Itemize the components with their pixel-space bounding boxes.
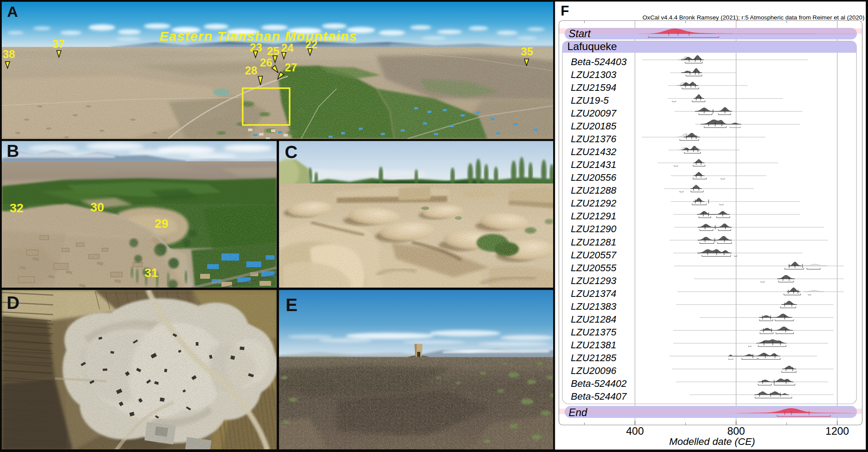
svg-text:Lafuqueke: Lafuqueke (567, 40, 617, 52)
svg-text:LZU21374: LZU21374 (571, 288, 616, 299)
svg-text:LZU19-5: LZU19-5 (571, 95, 609, 106)
svg-text:LZU21432: LZU21432 (571, 146, 616, 157)
svg-text:OxCal v4.4.4 Bronk Ramsey (202: OxCal v4.4.4 Bronk Ramsey (2021); r:5 At… (643, 14, 864, 21)
svg-text:26: 26 (260, 56, 272, 69)
svg-text:28: 28 (245, 64, 257, 77)
svg-text:1200: 1200 (825, 425, 849, 437)
svg-text:Beta-524403: Beta-524403 (571, 56, 627, 67)
svg-text:LZU21290: LZU21290 (571, 223, 617, 234)
svg-text:29: 29 (155, 217, 168, 230)
svg-text:800: 800 (727, 425, 745, 437)
svg-text:LZU21381: LZU21381 (571, 339, 616, 351)
svg-text:35: 35 (521, 45, 533, 58)
svg-text:LZU21291: LZU21291 (571, 210, 616, 222)
svg-text:LZU20097: LZU20097 (571, 108, 617, 119)
svg-text:A: A (7, 3, 18, 20)
svg-text:25: 25 (267, 45, 279, 57)
svg-text:LZU21281: LZU21281 (571, 237, 616, 248)
svg-text:LZU21594: LZU21594 (571, 82, 616, 93)
svg-text:Modelled date (CE): Modelled date (CE) (669, 436, 755, 447)
svg-text:400: 400 (626, 425, 644, 437)
svg-text:LZU20185: LZU20185 (571, 121, 617, 132)
svg-text:E: E (286, 295, 298, 315)
svg-text:LZU21303: LZU21303 (571, 69, 617, 80)
svg-text:32: 32 (10, 201, 23, 215)
svg-text:LZU21292: LZU21292 (571, 198, 616, 209)
svg-text:Beta-524407: Beta-524407 (571, 391, 627, 402)
svg-text:LZU20556: LZU20556 (571, 172, 617, 183)
svg-text:D: D (7, 293, 19, 312)
svg-text:LZU20557: LZU20557 (571, 249, 617, 261)
svg-text:End: End (569, 407, 588, 418)
svg-text:LZU21376: LZU21376 (571, 133, 617, 144)
svg-text:F: F (561, 3, 569, 19)
svg-text:LZU21431: LZU21431 (571, 159, 616, 170)
svg-text:38: 38 (3, 48, 15, 60)
svg-text:27: 27 (285, 61, 297, 74)
svg-text:30: 30 (90, 200, 104, 214)
svg-text:LZU21293: LZU21293 (571, 275, 617, 286)
svg-text:C: C (285, 142, 298, 162)
svg-text:LZU20096: LZU20096 (571, 365, 617, 376)
svg-text:LZU21375: LZU21375 (571, 327, 617, 338)
svg-text:LZU21285: LZU21285 (571, 352, 617, 363)
svg-text:LZU21383: LZU21383 (571, 301, 617, 312)
svg-text:LZU20555: LZU20555 (571, 262, 617, 273)
svg-text:B: B (7, 141, 19, 160)
svg-text:LZU21284: LZU21284 (571, 314, 616, 325)
svg-text:37: 37 (52, 38, 65, 50)
svg-text:Start: Start (569, 28, 591, 39)
svg-text:Beta-524402: Beta-524402 (571, 378, 627, 389)
svg-text:31: 31 (144, 266, 158, 280)
svg-text:LZU21288: LZU21288 (571, 185, 617, 196)
